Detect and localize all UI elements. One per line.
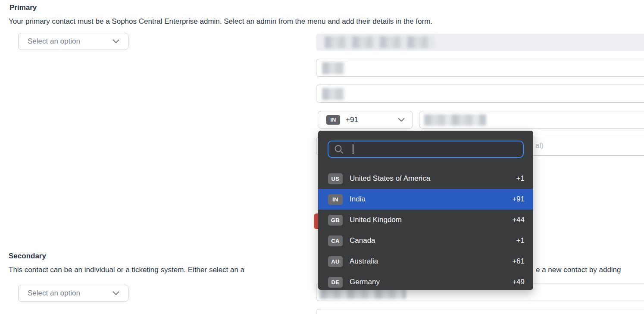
country-search-input[interactable] — [328, 141, 524, 158]
primary-phone-number-input[interactable] — [419, 111, 644, 129]
country-name: United Kingdom — [350, 216, 402, 224]
country-flag-badge: CA — [328, 236, 343, 246]
primary-first-name-input[interactable] — [316, 59, 644, 77]
country-option-ca[interactable]: CA Canada +1 — [318, 230, 533, 251]
selected-dial-code: +91 — [346, 116, 358, 124]
country-option-de[interactable]: DE Germany +49 — [318, 272, 533, 290]
secondary-contact-select-label: Select an option — [28, 289, 80, 298]
secondary-section-description: This contact can be an individual or a t… — [9, 266, 244, 274]
primary-section-title: Primary — [9, 3, 37, 12]
country-flag-badge: DE — [328, 277, 343, 288]
country-name: United States of America — [350, 174, 430, 183]
country-dial-code: +44 — [512, 216, 525, 224]
country-name: Australia — [350, 257, 378, 266]
chevron-down-icon — [113, 39, 119, 44]
text-cursor — [353, 144, 353, 154]
country-name: India — [350, 195, 366, 204]
country-dial-code: +61 — [512, 257, 525, 266]
contacts-form-page: Primary Your primary contact must be a S… — [0, 0, 644, 314]
selected-country-badge: IN — [326, 115, 340, 125]
country-option-au[interactable]: AU Australia +61 — [318, 251, 533, 272]
country-dial-code: +49 — [512, 278, 525, 286]
country-code-select[interactable]: IN +91 — [318, 111, 413, 129]
primary-last-name-input[interactable] — [316, 85, 644, 103]
country-flag-badge: GB — [328, 215, 343, 226]
redacted-value — [322, 62, 344, 74]
chevron-down-icon — [398, 118, 405, 122]
country-dial-code: +1 — [516, 174, 525, 183]
country-flag-badge: US — [328, 173, 343, 184]
primary-contact-select-label: Select an option — [28, 37, 80, 46]
redacted-value — [322, 88, 344, 100]
secondary-field-2[interactable] — [316, 309, 644, 314]
secondary-section-title: Secondary — [9, 252, 46, 261]
country-dial-code: +1 — [516, 236, 525, 245]
primary-admin-display-field — [316, 34, 644, 51]
primary-section-description: Your primary contact must be a Sophos Ce… — [9, 17, 432, 26]
search-icon — [334, 144, 344, 155]
chevron-down-icon — [113, 291, 119, 295]
redacted-value — [424, 114, 486, 126]
country-option-gb[interactable]: GB United Kingdom +44 — [318, 210, 533, 230]
secondary-section-description-fragment: e a new contact by adding — [536, 266, 621, 274]
redacted-value — [320, 289, 406, 299]
redacted-value — [325, 36, 435, 48]
country-option-in[interactable]: IN India +91 — [318, 189, 533, 210]
country-option-us[interactable]: US United States of America +1 — [318, 168, 533, 189]
primary-contact-select[interactable]: Select an option — [18, 33, 128, 50]
country-dial-code: +91 — [512, 195, 525, 204]
country-name: Canada — [350, 236, 375, 245]
country-options-list: US United States of America +1 IN India … — [318, 168, 533, 290]
country-flag-badge: AU — [328, 256, 343, 267]
secondary-contact-select[interactable]: Select an option — [18, 285, 128, 302]
country-name: Germany — [350, 278, 380, 286]
country-dropdown-panel: US United States of America +1 IN India … — [318, 131, 533, 290]
phone-extension-placeholder-fragment: al) — [535, 141, 544, 150]
country-flag-badge: IN — [328, 194, 343, 205]
